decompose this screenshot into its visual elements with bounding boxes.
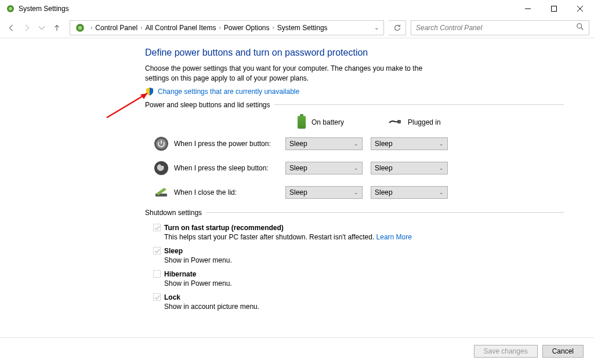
checkbox-lock[interactable] <box>153 293 161 301</box>
close-button[interactable] <box>567 0 593 17</box>
svg-point-1 <box>9 7 12 10</box>
dropdown-lid-plugged[interactable]: Sleep⌄ <box>371 186 448 199</box>
checkbox-label: Sleep <box>164 247 183 255</box>
breadcrumb-system-settings[interactable]: System Settings <box>277 24 328 32</box>
column-plugged-in: Plugged in <box>388 118 474 126</box>
navbar: › Control Panel › All Control Panel Item… <box>0 17 594 38</box>
breadcrumb-control-panel[interactable]: Control Panel <box>95 24 137 32</box>
chevron-right-icon: › <box>273 24 274 31</box>
svg-line-9 <box>581 28 584 30</box>
window-title: System Settings <box>19 5 515 13</box>
back-button[interactable] <box>5 21 19 35</box>
svg-rect-3 <box>551 6 556 12</box>
svg-point-8 <box>577 24 582 28</box>
svg-point-7 <box>78 26 82 30</box>
checkbox-label: Turn on fast startup (recommended) <box>164 224 284 232</box>
shield-icon <box>145 87 154 96</box>
checkbox-description: Show in Power menu. <box>153 256 564 264</box>
location-icon <box>75 23 85 33</box>
power-columns-header: On battery Plugged in <box>145 116 564 129</box>
window-controls <box>515 0 593 17</box>
item-sleep: Sleep Show in Power menu. <box>145 247 564 264</box>
breadcrumb-all-items[interactable]: All Control Panel Items <box>145 24 216 32</box>
page-intro: Choose the power settings that you want … <box>145 64 441 83</box>
breadcrumb-power-options[interactable]: Power Options <box>224 24 270 32</box>
svg-rect-10 <box>397 120 401 123</box>
search-icon <box>576 23 584 32</box>
dropdown-power-battery[interactable]: Sleep⌄ <box>285 137 363 150</box>
plug-icon <box>388 118 402 126</box>
recent-dropdown[interactable] <box>35 21 49 35</box>
checkbox-description: This helps start your PC faster after sh… <box>153 233 564 241</box>
chevron-down-icon: ⌄ <box>354 165 358 171</box>
checkbox-label: Hibernate <box>164 270 196 278</box>
checkbox-fast-startup[interactable] <box>153 224 161 231</box>
sleep-button-icon <box>153 160 169 176</box>
maximize-button[interactable] <box>541 0 567 17</box>
address-bar[interactable]: › Control Panel › All Control Panel Item… <box>70 20 384 35</box>
forward-button[interactable] <box>20 21 34 35</box>
chevron-down-icon: ⌄ <box>439 190 444 195</box>
main-content: Define power buttons and turn on passwor… <box>0 38 594 311</box>
change-settings-row: Change settings that are currently unava… <box>145 87 564 96</box>
app-icon <box>6 4 15 13</box>
item-hibernate: Hibernate Show in Power menu. <box>145 270 564 287</box>
change-settings-link[interactable]: Change settings that are currently unava… <box>158 88 299 96</box>
row-sleep-button: When I press the sleep button: Sleep⌄ Sl… <box>145 160 564 176</box>
lid-icon <box>153 184 169 201</box>
dropdown-sleep-plugged[interactable]: Sleep⌄ <box>371 162 448 174</box>
dropdown-lid-battery[interactable]: Sleep⌄ <box>285 186 363 199</box>
shutdown-section: Shutdown settings Turn on fast startup (… <box>145 209 564 311</box>
power-button-icon <box>153 136 169 152</box>
fieldset-shutdown: Shutdown settings <box>145 209 564 217</box>
up-button[interactable] <box>50 21 64 35</box>
learn-more-link[interactable]: Learn More <box>376 233 412 241</box>
cancel-button[interactable]: Cancel <box>542 345 584 358</box>
row-close-lid: When I close the lid: Sleep⌄ Sleep⌄ <box>145 184 564 201</box>
chevron-down-icon: ⌄ <box>439 141 444 147</box>
chevron-down-icon: ⌄ <box>354 190 358 195</box>
item-fast-startup: Turn on fast startup (recommended) This … <box>145 224 564 241</box>
item-lock: Lock Show in account picture menu. <box>145 293 564 311</box>
checkbox-description: Show in Power menu. <box>153 279 564 287</box>
row-label: When I press the sleep button: <box>174 164 285 172</box>
checkbox-description: Show in account picture menu. <box>153 303 564 311</box>
chevron-right-icon: › <box>219 24 220 31</box>
row-power-button: When I press the power button: Sleep⌄ Sl… <box>145 136 564 152</box>
checkbox-hibernate[interactable] <box>153 270 161 278</box>
chevron-right-icon: › <box>90 24 92 31</box>
chevron-down-icon: ⌄ <box>439 165 444 171</box>
battery-icon <box>298 116 306 129</box>
checkbox-label: Lock <box>164 293 180 301</box>
titlebar: System Settings <box>0 0 594 17</box>
row-label: When I press the power button: <box>174 140 285 148</box>
search-box[interactable] <box>411 20 589 35</box>
dropdown-power-plugged[interactable]: Sleep⌄ <box>371 137 448 150</box>
refresh-button[interactable] <box>389 20 406 35</box>
checkbox-sleep[interactable] <box>153 247 161 254</box>
dropdown-sleep-battery[interactable]: Sleep⌄ <box>285 162 363 174</box>
search-input[interactable] <box>416 24 576 32</box>
footer: Save changes Cancel <box>0 337 594 364</box>
chevron-right-icon: › <box>140 24 142 31</box>
fieldset-power-buttons: Power and sleep buttons and lid settings <box>145 101 564 109</box>
save-button[interactable]: Save changes <box>474 345 538 358</box>
address-dropdown-icon[interactable]: ⌄ <box>372 24 381 31</box>
row-label: When I close the lid: <box>174 188 285 196</box>
column-on-battery: On battery <box>298 116 383 129</box>
minimize-button[interactable] <box>515 0 541 17</box>
page-heading: Define power buttons and turn on passwor… <box>145 48 564 58</box>
chevron-down-icon: ⌄ <box>354 141 358 147</box>
